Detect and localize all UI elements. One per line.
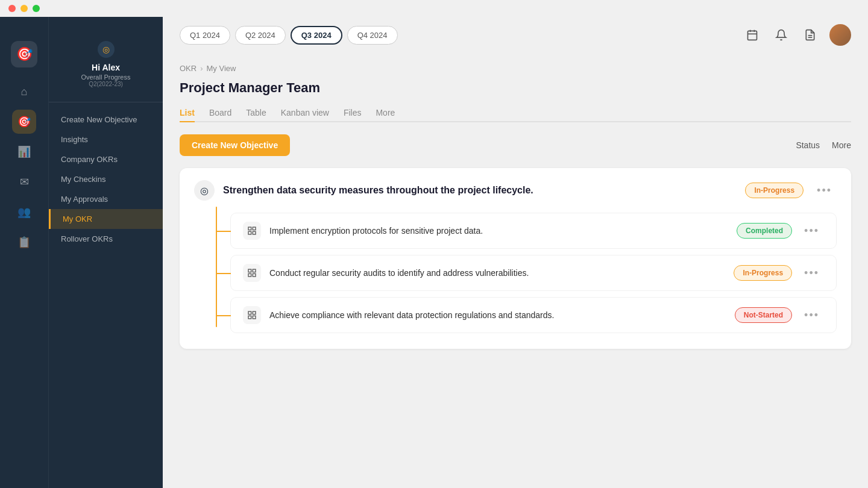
kr-status-badge[interactable]: Completed [737, 223, 792, 239]
kr-right: Completed ••• [737, 222, 824, 240]
kr-tree: Implement encryption protocols for sensi… [216, 213, 837, 333]
kr-item-kr2: Conduct regular security audits to ident… [230, 255, 837, 291]
sidebar-nav-item-my-checkins[interactable]: My Checkins [49, 169, 163, 189]
kr-icon [243, 264, 261, 282]
kr-text: Achieve compliance with relevant data pr… [269, 310, 554, 320]
window-chrome [0, 0, 868, 17]
sidebar-progress-sub: Q2(2022-23) [58, 81, 153, 87]
kr-more-button[interactable]: ••• [799, 307, 824, 324]
objective-card-obj1: ◎ Strengthen data security measures thro… [180, 168, 851, 349]
quarter-tab-q1-2024[interactable]: Q1 2024 [180, 26, 230, 45]
kr-left: Conduct regular security audits to ident… [243, 264, 529, 282]
minimize-dot[interactable] [20, 5, 28, 12]
kr-status-badge[interactable]: Not-Started [735, 307, 792, 323]
sidebar-nav-item-my-okr[interactable]: My OKR [49, 209, 163, 229]
avatar[interactable] [829, 24, 851, 46]
objective-right: In-Progress ••• [745, 182, 837, 199]
svg-rect-7 [253, 227, 256, 230]
more-filter-label[interactable]: More [832, 140, 851, 150]
kr-status-badge[interactable]: In-Progress [734, 265, 792, 281]
objective-icon: ◎ [194, 180, 215, 201]
svg-rect-9 [248, 231, 251, 234]
sidebar-item-chart[interactable]: 📊 [12, 140, 36, 164]
sidebar-nav-item-insights[interactable]: Insights [49, 130, 163, 149]
svg-rect-16 [253, 316, 256, 319]
main-content: Q1 2024Q2 2024Q3 2024Q4 2024 OKR › My Vi… [163, 17, 868, 488]
objective-title: Strengthen data security measures throug… [223, 185, 533, 196]
calendar-icon[interactable] [743, 25, 762, 45]
sidebar-item-team[interactable]: 👥 [12, 200, 36, 224]
breadcrumb-separator: › [200, 64, 203, 73]
app-logo: 🎯 [11, 41, 37, 67]
breadcrumb-okr[interactable]: OKR [180, 64, 197, 73]
svg-rect-13 [248, 274, 251, 277]
kr-icon [243, 306, 261, 324]
sidebar-user-info: ◎ Hi Alex Overall Progress Q2(2022-23) [49, 41, 163, 102]
toolbar-right: Status More [796, 140, 851, 150]
svg-rect-15 [253, 311, 256, 314]
topbar: Q1 2024Q2 2024Q3 2024Q4 2024 [163, 17, 868, 53]
kr-item-kr3: Achieve compliance with relevant data pr… [230, 297, 837, 333]
svg-rect-8 [253, 231, 256, 234]
sidebar-nav-item-company-okrs[interactable]: Company OKRs [49, 149, 163, 169]
topbar-actions [743, 24, 851, 46]
sidebar-item-message[interactable]: ✉ [12, 170, 36, 194]
view-tab-files[interactable]: Files [344, 104, 362, 121]
view-tab-list[interactable]: List [180, 104, 195, 121]
sidebar-progress-label: Overall Progress [58, 74, 153, 81]
objective-status-badge[interactable]: In-Progress [745, 183, 804, 198]
objective-more-button[interactable]: ••• [812, 182, 837, 199]
status-filter-label[interactable]: Status [796, 140, 820, 150]
sidebar-nav-item-my-approvals[interactable]: My Approvals [49, 189, 163, 209]
page-title: Project Manager Team [180, 80, 851, 96]
kr-item-kr1: Implement encryption protocols for sensi… [230, 213, 837, 249]
close-dot[interactable] [8, 5, 16, 12]
view-tab-more[interactable]: More [376, 104, 395, 121]
kr-icon [243, 222, 261, 240]
view-tabs: ListBoardTableKanban viewFilesMore [180, 104, 851, 122]
key-results-list: Implement encryption protocols for sensi… [180, 213, 851, 349]
progress-indicator: ◎ [98, 41, 115, 58]
document-icon[interactable] [800, 25, 820, 45]
view-tab-table[interactable]: Table [246, 104, 266, 121]
create-objective-button[interactable]: Create New Objective [180, 134, 290, 156]
view-tab-board[interactable]: Board [209, 104, 231, 121]
kr-right: In-Progress ••• [734, 264, 824, 282]
sidebar-item-okr[interactable]: 🎯 [12, 110, 36, 134]
kr-more-button[interactable]: ••• [799, 222, 824, 240]
breadcrumb: OKR › My View [180, 64, 851, 73]
toolbar: Create New Objective Status More [180, 134, 851, 156]
kr-more-button[interactable]: ••• [799, 264, 824, 282]
objective-left: ◎ Strengthen data security measures thro… [194, 180, 533, 201]
kr-left: Achieve compliance with relevant data pr… [243, 306, 554, 324]
objective-header: ◎ Strengthen data security measures thro… [180, 168, 851, 213]
quarter-tab-q4-2024[interactable]: Q4 2024 [347, 26, 398, 45]
objectives-list: ◎ Strengthen data security measures thro… [180, 168, 851, 349]
sidebar: ◎ Hi Alex Overall Progress Q2(2022-23) C… [48, 17, 163, 488]
sidebar-item-report[interactable]: 📋 [12, 230, 36, 254]
svg-rect-12 [253, 274, 256, 277]
svg-rect-11 [253, 269, 256, 272]
kr-right: Not-Started ••• [735, 307, 824, 324]
view-tab-kanban-view[interactable]: Kanban view [281, 104, 329, 121]
sidebar-nav-item-rollover-okrs[interactable]: Rollover OKRs [49, 229, 163, 249]
sidebar-nav-item-create-new-objective[interactable]: Create New Objective [49, 110, 163, 130]
kr-text: Conduct regular security audits to ident… [269, 268, 529, 278]
content-area: OKR › My View Project Manager Team ListB… [163, 53, 868, 488]
sidebar-nav: Create New ObjectiveInsightsCompany OKRs… [49, 102, 163, 256]
maximize-dot[interactable] [33, 5, 40, 12]
sidebar-item-home[interactable]: ⌂ [12, 80, 36, 104]
breadcrumb-myview: My View [207, 64, 236, 73]
kr-text: Implement encryption protocols for sensi… [269, 226, 483, 236]
svg-rect-17 [248, 316, 251, 319]
bell-icon[interactable] [772, 25, 791, 45]
svg-rect-6 [248, 227, 251, 230]
svg-rect-10 [248, 269, 251, 272]
quarter-tab-q3-2024[interactable]: Q3 2024 [291, 26, 342, 45]
kr-left: Implement encryption protocols for sensi… [243, 222, 483, 240]
sidebar-username: Hi Alex [58, 63, 153, 72]
quarter-tab-q2-2024[interactable]: Q2 2024 [235, 26, 286, 45]
svg-rect-0 [748, 31, 757, 40]
icon-rail: 🎯 ⌂ 🎯 📊 ✉ 👥 📋 [0, 17, 48, 488]
quarter-tabs: Q1 2024Q2 2024Q3 2024Q4 2024 [180, 26, 398, 45]
